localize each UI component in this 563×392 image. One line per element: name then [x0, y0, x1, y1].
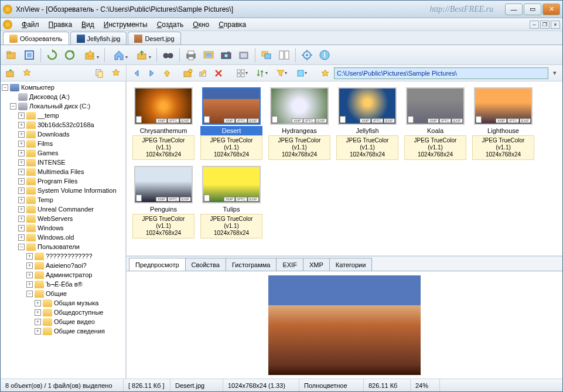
menu-вид[interactable]: Вид	[77, 19, 99, 30]
favorites-folder-icon[interactable]: ▾	[80, 47, 101, 63]
tree-toggle-icon[interactable]: +	[18, 216, 25, 222]
compare-icon[interactable]	[277, 47, 292, 63]
tree-toggle-icon[interactable]: +	[35, 300, 41, 306]
tree-toggle-icon[interactable]: +	[18, 122, 25, 128]
tree-toggle-icon[interactable]: +	[18, 178, 25, 185]
tree-folder-unreal-commander[interactable]: +Unreal Commander	[2, 204, 124, 214]
delete-icon[interactable]	[212, 67, 225, 80]
thumb-penguins[interactable]: XMPIPTCEXIFPenguinsJPEG TrueColor (v1.1)…	[132, 166, 195, 238]
tree-toggle-icon[interactable]: +	[26, 253, 33, 260]
help-icon[interactable]: i	[317, 47, 332, 63]
tree-toggle-icon[interactable]: +	[18, 206, 25, 213]
tree-computer[interactable]: −Компьютер	[2, 83, 124, 92]
forward-icon[interactable]	[145, 67, 158, 80]
tag-icon[interactable]: ▾	[293, 67, 310, 80]
tree-folder-webservers[interactable]: +WebServers	[2, 214, 124, 223]
menu-инструменты[interactable]: Инструменты	[99, 19, 152, 30]
menu-создать[interactable]: Создать	[152, 19, 189, 30]
tree-toggle-icon[interactable]: +	[18, 141, 25, 147]
tree-folder-downloads[interactable]: +Downloads	[2, 129, 124, 139]
tree-toggle-icon[interactable]: +	[18, 188, 25, 194]
menu-правка[interactable]: Правка	[44, 19, 77, 30]
binoculars-icon[interactable]	[161, 47, 176, 63]
tree-toggle-icon[interactable]: +	[18, 234, 25, 241]
tree-folder-system-volume-information[interactable]: +System Volume Information	[2, 186, 124, 195]
tree-folder-__temp[interactable]: +__temp	[2, 111, 124, 120]
tree-toggle-icon[interactable]: +	[26, 263, 33, 269]
refresh-icon[interactable]	[45, 47, 60, 63]
preview-tab-exif[interactable]: EXIF	[276, 258, 303, 271]
settings-icon[interactable]	[299, 47, 315, 63]
thumb-hydrangeas[interactable]: XMPIPTCEXIFHydrangeasJPEG TrueColor (v1.…	[268, 87, 330, 160]
tree-toggle-icon[interactable]: −	[10, 103, 16, 110]
tree-folder-30b16dc532c0168a[interactable]: +30b16dc532c0168a	[2, 120, 124, 129]
tree-toggle-icon[interactable]: +	[18, 150, 25, 156]
preview-tab-категории[interactable]: Категории	[329, 258, 373, 271]
tree-folder-4[interactable]: −Общие	[2, 289, 124, 298]
preview-tab-свойства[interactable]: Свойства	[185, 258, 226, 271]
tree-folder-multimedia-files[interactable]: +Multimedia Files	[2, 167, 124, 176]
menu-окно[interactable]: Окно	[188, 19, 214, 30]
thumb-koala[interactable]: XMPIPTCEXIFKoalaJPEG TrueColor (v1.1)102…	[404, 87, 466, 160]
filter-icon[interactable]: ▾	[273, 67, 291, 80]
tree-folder-intense[interactable]: +INTENSE	[2, 158, 124, 167]
tree-collapse-icon[interactable]	[4, 67, 17, 80]
tree-toggle-icon[interactable]: +	[18, 113, 25, 119]
close-button[interactable]: ✕	[542, 4, 560, 15]
menu-справка[interactable]: Справка	[214, 19, 251, 30]
stop-icon[interactable]	[62, 47, 77, 63]
slideshow-icon[interactable]	[201, 47, 216, 63]
scanner-icon[interactable]	[236, 47, 251, 63]
up-folder-icon[interactable]: ▾	[132, 47, 153, 63]
tree-toggle-icon[interactable]: +	[26, 281, 33, 288]
tree-favorite2-icon[interactable]	[110, 67, 122, 80]
tree-folder--[interactable]: −Пользователи	[2, 242, 124, 251]
tree-toggle-icon[interactable]: +	[18, 131, 25, 138]
preview-tab-гистограмма[interactable]: Гистограмма	[226, 258, 277, 271]
bookmark-icon[interactable]	[319, 67, 332, 80]
mdi-restore-button[interactable]: ❐	[540, 21, 550, 29]
tree-folder-1[interactable]: +Aaieieno?aoi?	[2, 261, 124, 270]
tree-folder-pub-0[interactable]: +Общая музыка	[2, 298, 124, 308]
menu-файл[interactable]: Файл	[17, 19, 44, 30]
tree-drive-c[interactable]: −Локальный диск (C:)	[2, 101, 124, 111]
thumb-chrysanthemum[interactable]: XMPIPTCEXIFChrysanthemumJPEG TrueColor (…	[132, 87, 195, 160]
tree-folder-3[interactable]: +Ъ¬Ё-Ёба в®	[2, 279, 124, 289]
tab-jellyfish-jpg[interactable]: Jellyfish.jpg	[70, 32, 127, 45]
tree-folder-2[interactable]: +Администратор	[2, 270, 124, 279]
sort-icon[interactable]: ▾	[253, 67, 271, 80]
new-folder-icon[interactable]	[182, 67, 195, 80]
tree-favorite-icon[interactable]	[21, 67, 33, 80]
folder-tree[interactable]: −КомпьютерДисковод (A:)−Локальный диск (…	[1, 81, 127, 379]
mdi-close-button[interactable]: ×	[551, 21, 560, 29]
tree-toggle-icon[interactable]: −	[26, 291, 33, 297]
up-icon[interactable]	[161, 67, 173, 80]
batch-convert-icon[interactable]	[259, 47, 274, 63]
tree-toggle-icon[interactable]: +	[18, 159, 25, 166]
thumb-desert[interactable]: XMPIPTCEXIFDesertJPEG TrueColor (v1.1)10…	[200, 87, 262, 160]
tree-folder-games[interactable]: +Games	[2, 148, 124, 158]
thumb-lighthouse[interactable]: XMPIPTCEXIFLighthouseJPEG TrueColor (v1.…	[472, 87, 534, 160]
maximize-button[interactable]: ▭	[524, 4, 541, 15]
tree-folder-0[interactable]: +?????????????	[2, 251, 124, 261]
tree-folder-windows-old[interactable]: +Windows.old	[2, 233, 124, 242]
preview-tab-предпросмотр[interactable]: Предпросмотр	[129, 258, 186, 271]
tree-drive-a[interactable]: Дисковод (A:)	[2, 92, 124, 101]
tree-toggle-icon[interactable]: +	[35, 328, 41, 335]
capture-icon[interactable]	[219, 47, 234, 63]
tab--[interactable]: Обозреватель	[3, 32, 69, 45]
tree-toggle-icon[interactable]: −	[2, 84, 8, 91]
back-icon[interactable]	[130, 67, 143, 80]
tree-toggle-icon[interactable]: +	[35, 309, 41, 316]
tree-folder-temp[interactable]: +Temp	[2, 195, 124, 204]
tree-toggle-icon[interactable]: +	[35, 319, 41, 325]
address-bar[interactable]: C:\Users\Public\Pictures\Sample Pictures…	[334, 67, 548, 79]
minimize-button[interactable]: —	[505, 4, 523, 15]
home-icon[interactable]: ▾	[108, 47, 129, 63]
view-mode-icon[interactable]: ▾	[233, 67, 251, 80]
fullscreen-icon[interactable]	[22, 47, 37, 63]
thumb-jellyfish[interactable]: XMPIPTCEXIFJellyfishJPEG TrueColor (v1.1…	[336, 87, 398, 160]
open-icon[interactable]	[4, 47, 19, 63]
address-dropdown-icon[interactable]: ▾	[551, 69, 559, 77]
tree-folder-windows[interactable]: +Windows	[2, 223, 124, 233]
